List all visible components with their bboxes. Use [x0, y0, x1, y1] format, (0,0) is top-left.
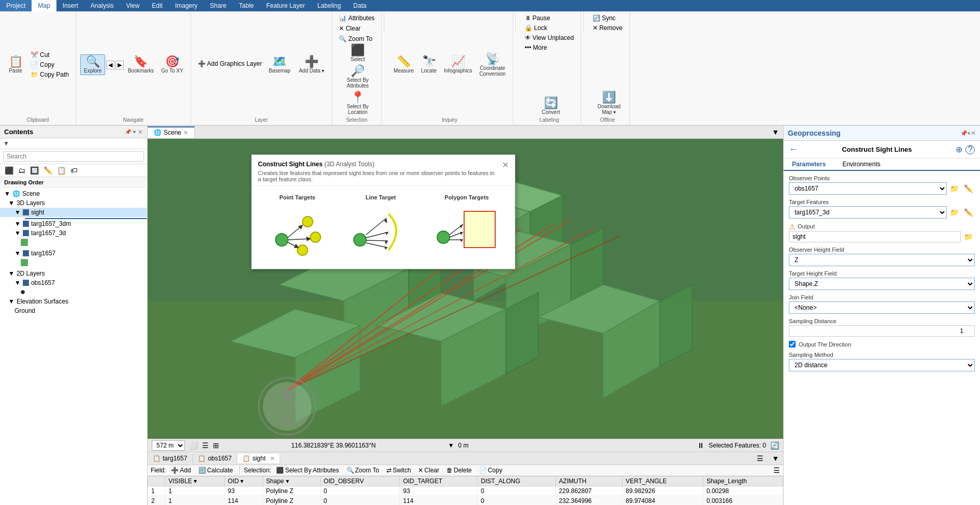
infographics-button[interactable]: 📈 Infographics: [441, 55, 475, 75]
tree-item-sight[interactable]: ▼ sight: [0, 208, 147, 217]
target-features-edit-icon[interactable]: ✏️: [962, 207, 975, 218]
geo-close-icon[interactable]: ✕: [971, 129, 976, 137]
targ1657-3dm-checkbox[interactable]: [23, 221, 29, 227]
copy-table-btn[interactable]: 📄 Copy: [477, 466, 505, 474]
view-unplaced-button[interactable]: 👁 View Unplaced: [522, 33, 577, 42]
layer-btn-1[interactable]: ⬛: [3, 166, 15, 175]
output-direction-checkbox[interactable]: [789, 341, 796, 348]
tree-item-obs1657[interactable]: ▼ obs1657: [0, 278, 147, 287]
contents-menu-icon[interactable]: ▾: [133, 129, 136, 135]
pause-refresh-icon[interactable]: ⏸: [697, 441, 704, 450]
layer-btn-3[interactable]: 🔲: [28, 166, 40, 175]
table-tab-targ1657[interactable]: 📋 targ1657: [148, 454, 193, 463]
cut-button[interactable]: ✂️ Cut: [28, 50, 71, 60]
more-button[interactable]: ••• More: [522, 43, 550, 52]
targ1657-3d-checkbox[interactable]: [23, 230, 29, 236]
tab-insert[interactable]: Insert: [56, 0, 84, 11]
refresh-icon[interactable]: 🔄: [770, 441, 779, 450]
tree-item-targ1657-3d[interactable]: ▼ targ1657_3d: [0, 228, 147, 238]
sight-checkbox[interactable]: [23, 209, 29, 215]
basemap-button[interactable]: 🗺️ Basemap: [266, 55, 294, 75]
layer-btn-5[interactable]: 📋: [55, 166, 67, 175]
locate-button[interactable]: 🔭 Locate: [418, 55, 440, 75]
nav-forward-icon[interactable]: ▶: [116, 61, 124, 69]
map-tools-icon1[interactable]: ⬜: [189, 441, 198, 450]
tab-data[interactable]: Data: [347, 0, 372, 11]
target-height-select[interactable]: Shape.Z: [789, 278, 975, 290]
copy-path-button[interactable]: 📁 Copy Path: [28, 70, 71, 79]
col-oid-target[interactable]: OID_TARGET: [400, 477, 478, 486]
table-row[interactable]: 1 1 93 Polyline Z 0 93 0 229.862807 89.9…: [148, 486, 783, 496]
map-tools-icon2[interactable]: ☰: [202, 441, 209, 450]
observer-points-select[interactable]: obs1657: [789, 182, 947, 195]
tab-map[interactable]: Map: [32, 0, 56, 11]
layer-btn-2[interactable]: 🗂: [17, 166, 27, 175]
pause-button[interactable]: ⏸ Pause: [522, 13, 553, 23]
table-tab-obs1657[interactable]: 📋 obs1657: [193, 454, 237, 463]
layer-btn-4[interactable]: ✏️: [42, 166, 54, 175]
tree-item-2d-layers[interactable]: ▼ 2D Layers: [0, 269, 147, 278]
coordinate-conversion-button[interactable]: 📡 CoordinateConversion: [477, 52, 509, 78]
geo-pin-icon[interactable]: 📌: [960, 130, 968, 137]
toolbar-menu-icon[interactable]: ☰: [773, 466, 780, 474]
map-tab-scene[interactable]: 🌐 Scene ✕: [148, 126, 195, 138]
lock-button[interactable]: 🔒 Lock: [522, 23, 550, 33]
delete-btn[interactable]: 🗑 Delete: [444, 466, 474, 474]
geo-tab-parameters[interactable]: Parameters: [784, 158, 834, 171]
clear-table-btn[interactable]: ✕ Clear: [416, 466, 441, 474]
target-features-select[interactable]: targ1657_3d: [789, 206, 947, 219]
sampling-distance-input[interactable]: [789, 325, 975, 337]
target-features-folder-icon[interactable]: 📁: [948, 207, 961, 218]
tab-project[interactable]: Project: [0, 0, 32, 11]
zoom-to-button[interactable]: 🔍 Zoom To: [336, 34, 374, 44]
geo-add-icon[interactable]: ⊕: [956, 145, 962, 154]
geo-tab-environments[interactable]: Environments: [834, 158, 888, 170]
geo-help-icon[interactable]: ?: [965, 145, 975, 154]
copy-button[interactable]: 📄 Copy: [28, 60, 71, 69]
filter-icon[interactable]: ▼: [3, 140, 9, 147]
measure-button[interactable]: 📏 Measure: [391, 55, 417, 75]
tab-view[interactable]: View: [120, 0, 146, 11]
tab-share[interactable]: Share: [204, 0, 233, 11]
tree-item-targ1657[interactable]: ▼ targ1657: [0, 249, 147, 258]
col-shape-length[interactable]: Shape_Length: [703, 477, 783, 486]
select-by-attr-button[interactable]: 🔎 Select ByAttributes: [344, 64, 372, 90]
targ1657-checkbox[interactable]: [23, 250, 29, 256]
switch-btn[interactable]: ⇄ Switch: [384, 466, 413, 474]
explore-button[interactable]: 🔍 Explore: [80, 54, 105, 75]
table-collapse-icon[interactable]: ▼: [768, 452, 783, 465]
select-by-attr-btn[interactable]: ⬛ Select By Attributes: [274, 466, 341, 474]
tab-table[interactable]: Table: [233, 0, 260, 11]
output-folder-icon[interactable]: 📁: [962, 232, 975, 242]
col-dist-along[interactable]: DIST_ALONG: [478, 477, 556, 486]
tree-item-ground[interactable]: Ground: [0, 306, 147, 315]
pin-icon[interactable]: 📌: [125, 129, 131, 135]
col-row-num[interactable]: [148, 477, 165, 486]
sampling-method-select[interactable]: 2D distance: [789, 359, 975, 371]
remove-button[interactable]: ✕ Remove: [590, 23, 625, 33]
table-menu-icon[interactable]: ☰: [753, 452, 768, 465]
col-vert-angle[interactable]: VERT_ANGLE: [623, 477, 703, 486]
paste-button[interactable]: 📋 Paste: [4, 55, 27, 75]
scale-selector[interactable]: 572 m: [152, 440, 185, 451]
table-row[interactable]: 2 1 114 Polyline Z 0 114 0 232.364996 89…: [148, 496, 783, 506]
geo-back-button[interactable]: ←: [789, 144, 798, 155]
table-tab-sight[interactable]: 📋 sight ✕: [237, 454, 280, 463]
observer-points-folder-icon[interactable]: 📁: [948, 183, 961, 194]
layer-btn-6[interactable]: 🏷: [69, 166, 79, 175]
join-field-select[interactable]: <None>: [789, 301, 975, 314]
observer-points-edit-icon[interactable]: ✏️: [962, 183, 975, 194]
map-collapse-icon[interactable]: ▼: [768, 126, 783, 138]
tab-imagery[interactable]: Imagery: [169, 0, 204, 11]
go-to-xy-button[interactable]: 🎯 Go To XY: [158, 55, 186, 75]
map-scene-close-icon[interactable]: ✕: [183, 129, 188, 136]
map-view[interactable]: Construct Sight Lines (3D Analyst Tools)…: [148, 139, 783, 439]
tree-item-scene[interactable]: ▼ 🌐 Scene: [0, 189, 147, 198]
table-content[interactable]: VISIBLE ▾ OID ▾ Shape ▾ OID_OBSERV OID_T…: [148, 476, 783, 505]
observer-height-select[interactable]: Z: [789, 254, 975, 266]
clear-selection-button[interactable]: ✕ Clear: [336, 24, 363, 33]
calculate-field-button[interactable]: 🔢 Calculate: [196, 466, 235, 474]
tab-feature-layer[interactable]: Feature Layer: [260, 0, 311, 11]
add-field-button[interactable]: ➕ Add: [169, 466, 193, 474]
tree-item-targ1657-3dm[interactable]: ▼ targ1657_3dm: [0, 219, 147, 228]
